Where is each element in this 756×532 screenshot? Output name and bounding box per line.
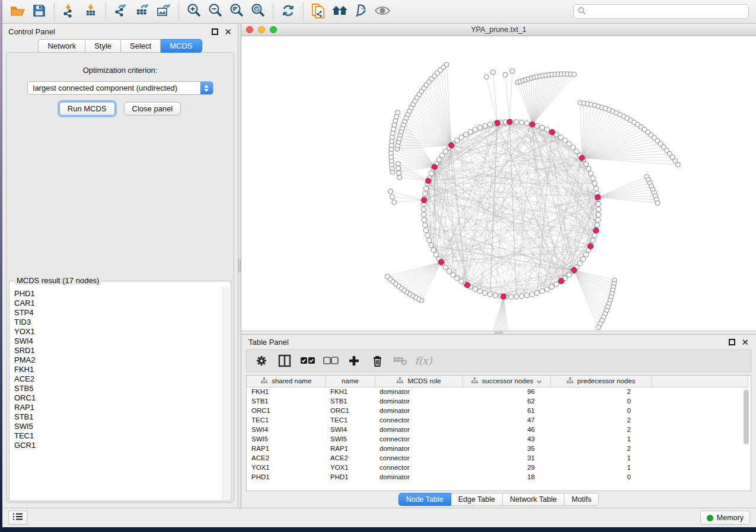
mcds-result-item[interactable]: TID3	[14, 318, 230, 327]
network-node[interactable]	[423, 228, 428, 233]
unselect-all-button[interactable]	[322, 352, 340, 370]
network-node[interactable]	[443, 149, 448, 153]
save-session-button[interactable]	[28, 2, 50, 22]
clone-network-button[interactable]	[308, 2, 329, 22]
cell-shared_name[interactable]: TEC1	[247, 415, 326, 425]
add-column-button[interactable]	[345, 352, 363, 370]
network-node[interactable]	[493, 293, 497, 297]
mcds-result-item[interactable]: STB1	[14, 412, 230, 422]
cell-shared_name[interactable]: SWI4	[247, 425, 326, 434]
cell-mcds_role[interactable]: dominator	[375, 406, 462, 415]
network-node[interactable]	[549, 284, 554, 289]
cell-predecessor_nodes[interactable]: 1	[550, 434, 651, 444]
network-node[interactable]	[422, 217, 426, 222]
cell-predecessor_nodes[interactable]: 0	[550, 472, 651, 482]
column-header-MCDS-role[interactable]: MCDS role	[375, 376, 462, 387]
mcds-result-item[interactable]: SWI5	[14, 422, 230, 431]
satellite-node[interactable]	[397, 171, 401, 175]
satellite-node[interactable]	[395, 161, 400, 166]
network-node[interactable]	[451, 273, 455, 277]
network-node[interactable]	[588, 171, 593, 176]
network-node[interactable]	[554, 282, 559, 287]
cell-mcds_role[interactable]: dominator	[375, 444, 462, 453]
network-node[interactable]	[446, 269, 451, 274]
network-node[interactable]	[459, 279, 464, 284]
network-node[interactable]	[535, 123, 540, 128]
satellite-node[interactable]	[385, 274, 390, 279]
network-node[interactable]	[580, 257, 585, 261]
zoom-fit-button[interactable]	[226, 2, 247, 22]
network-node[interactable]	[423, 223, 428, 227]
cell-shared_name[interactable]: FKH1	[247, 387, 326, 396]
network-node[interactable]	[570, 145, 575, 150]
cell-successor_nodes[interactable]: 47	[462, 415, 550, 425]
network-node[interactable]	[473, 287, 477, 291]
network-node[interactable]	[425, 233, 430, 238]
cell-successor_nodes[interactable]: 43	[462, 434, 550, 444]
houses-button[interactable]	[329, 2, 350, 22]
dominator-node[interactable]	[426, 178, 431, 184]
close-panel-icon[interactable]: ✕	[741, 339, 749, 345]
cell-name[interactable]: YOX1	[326, 463, 375, 472]
tab-network[interactable]: Network	[38, 39, 85, 53]
close-panel-button[interactable]: Close panel	[124, 102, 181, 116]
tab-mcds[interactable]: MCDS	[161, 39, 202, 53]
network-node[interactable]	[443, 265, 448, 270]
network-node[interactable]	[483, 123, 487, 128]
network-node[interactable]	[567, 142, 572, 146]
export-network-button[interactable]	[110, 2, 132, 22]
network-node[interactable]	[455, 275, 460, 280]
network-node[interactable]	[473, 127, 477, 132]
network-node[interactable]	[429, 171, 433, 176]
dominator-node[interactable]	[579, 155, 585, 161]
cell-name[interactable]: RAP1	[326, 444, 375, 453]
network-node[interactable]	[544, 287, 549, 291]
column-header-name[interactable]: name	[326, 376, 375, 387]
cell-name[interactable]: PHD1	[326, 472, 375, 482]
mcds-result-item[interactable]: PHD1	[14, 289, 230, 299]
dominator-node[interactable]	[550, 129, 555, 134]
cell-predecessor_nodes[interactable]: 1	[550, 463, 651, 472]
satellite-node[interactable]	[572, 72, 576, 77]
satellite-node[interactable]	[510, 69, 515, 73]
mcds-result-item[interactable]: PMA2	[14, 355, 230, 365]
network-node[interactable]	[591, 176, 595, 181]
network-node[interactable]	[591, 238, 595, 243]
satellite-node[interactable]	[503, 72, 508, 77]
mcds-result-item[interactable]: ORC1	[14, 393, 230, 403]
cell-shared_name[interactable]: ACE2	[247, 453, 326, 463]
dominator-node[interactable]	[432, 164, 437, 169]
network-node[interactable]	[427, 238, 432, 243]
export-image-button[interactable]	[153, 2, 174, 22]
cell-predecessor_nodes[interactable]: 2	[550, 387, 651, 396]
float-panel-icon[interactable]	[212, 28, 218, 35]
dominator-node[interactable]	[495, 120, 500, 126]
network-node[interactable]	[594, 186, 598, 191]
network-node[interactable]	[524, 293, 529, 297]
cell-predecessor_nodes[interactable]: 2	[550, 444, 651, 453]
cell-successor_nodes[interactable]: 62	[462, 396, 550, 406]
mcds-result-item[interactable]: SRD1	[14, 346, 230, 355]
cell-successor_nodes[interactable]: 46	[462, 425, 550, 434]
import-table-button[interactable]	[80, 2, 101, 22]
table-row[interactable]: SWI5SWI5connector431	[247, 434, 748, 444]
satellite-node[interactable]	[396, 166, 401, 171]
memory-button[interactable]: Memory	[700, 511, 750, 525]
table-scrollbar[interactable]	[743, 389, 749, 488]
table-row[interactable]: YOX1YOX1connector291	[247, 463, 748, 472]
cell-name[interactable]: STB1	[326, 396, 375, 406]
satellite-node[interactable]	[390, 194, 395, 199]
network-node[interactable]	[586, 166, 591, 171]
network-node[interactable]	[574, 149, 579, 153]
dominator-node[interactable]	[500, 294, 506, 299]
zoom-selected-button[interactable]	[247, 2, 269, 22]
network-node[interactable]	[429, 243, 433, 248]
satellite-node[interactable]	[397, 175, 402, 180]
dominator-node[interactable]	[422, 197, 427, 203]
satellite-node[interactable]	[655, 201, 660, 206]
network-node[interactable]	[433, 252, 438, 257]
mcds-result-item[interactable]: YOX1	[14, 327, 230, 336]
tab-motifs[interactable]: Motifs	[564, 493, 599, 506]
network-node[interactable]	[596, 212, 601, 217]
cell-name[interactable]: SWI4	[326, 425, 375, 434]
